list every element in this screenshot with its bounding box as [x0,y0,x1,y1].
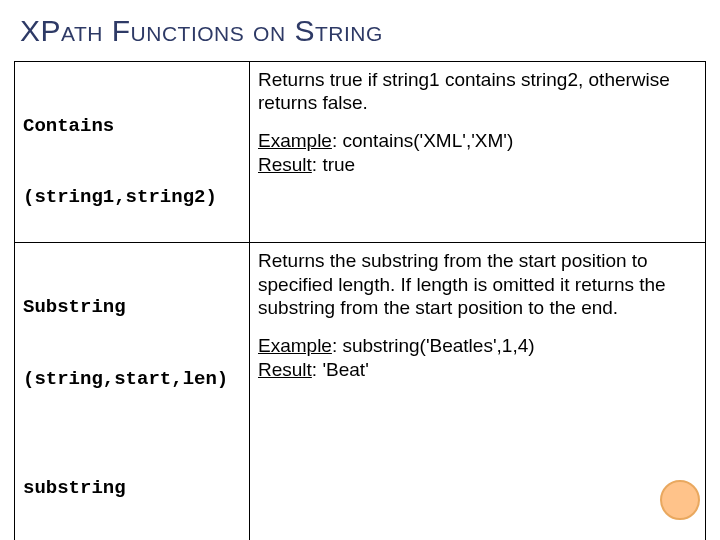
description-text: Returns true if string1 contains string2… [258,68,697,116]
result-text: : true [312,154,355,175]
example-label: Example [258,335,332,356]
result-label: Result [258,359,312,380]
result-text: : 'Beat' [312,359,369,380]
fn-args: (string,start,len) [23,368,228,390]
table-row: Contains (string1,string2) Returns true … [15,61,706,242]
fn-name: Substring [23,296,126,318]
slide: XPath Functions on String Contains (stri… [0,0,720,540]
fn-name: Contains [23,115,114,137]
description-cell: Returns the substring from the start pos… [250,242,706,540]
example-label: Example [258,130,332,151]
table-row: Substring (string,start,len) substring (… [15,242,706,540]
description-cell: Returns true if string1 contains string2… [250,61,706,242]
decorative-dot-icon [660,480,700,520]
function-cell: Substring (string,start,len) substring (… [15,242,250,540]
function-cell: Contains (string1,string2) [15,61,250,242]
fn-name-alt: substring [23,477,126,499]
fn-args: (string1,string2) [23,186,217,208]
page-title: XPath Functions on String [20,14,706,49]
description-text: Returns the substring from the start pos… [258,249,697,320]
result-label: Result [258,154,312,175]
example-text: : substring('Beatles',1,4) [332,335,535,356]
example-text: : contains('XML','XM') [332,130,513,151]
functions-table: Contains (string1,string2) Returns true … [14,61,706,541]
